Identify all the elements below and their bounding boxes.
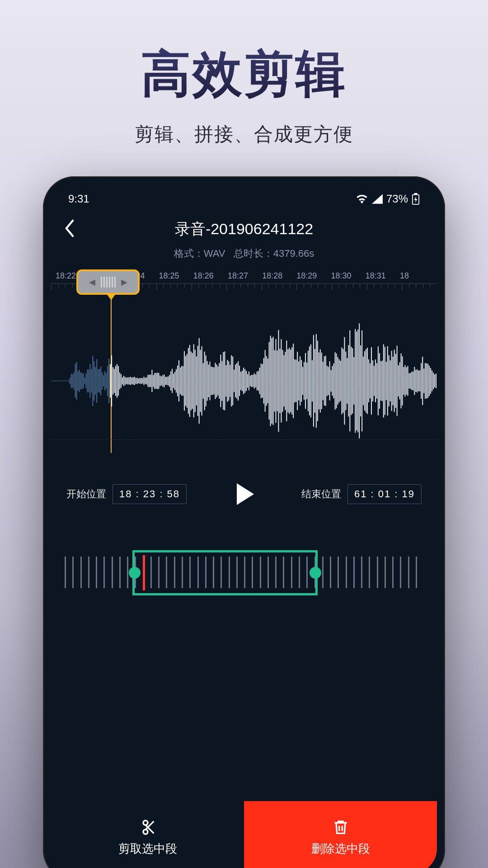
phone-screen: 9:31 73% 录音-201906241122 格式：WAV 总时长：4379… (51, 184, 437, 868)
timeline-label: 18 (399, 271, 433, 281)
delete-label: 删除选中段 (311, 841, 370, 857)
delete-selection-button[interactable]: 删除选中段 (244, 801, 437, 868)
timeline-label: 18:27 (227, 271, 261, 281)
status-time: 9:31 (68, 193, 89, 205)
trash-icon (332, 818, 350, 836)
duration-label: 总时长： (234, 248, 273, 259)
wifi-icon (356, 194, 368, 204)
bottom-actions: 剪取选中段 删除选中段 (51, 801, 437, 868)
range-knob-right[interactable] (310, 567, 321, 579)
svg-rect-1 (414, 193, 417, 195)
phone-frame: 9:31 73% 录音-201906241122 格式：WAV 总时长：4379… (43, 176, 445, 868)
cut-label: 剪取选中段 (118, 841, 177, 857)
start-group: 开始位置 18 : 23 : 58 (66, 484, 187, 504)
timeline-label: 18:30 (330, 271, 365, 281)
hero-subtitle: 剪辑、拼接、合成更方便 (0, 122, 488, 147)
page-title: 录音-201906241122 (64, 219, 424, 240)
range-editor[interactable] (51, 544, 437, 598)
hero: 高效剪辑 剪辑、拼接、合成更方便 (0, 0, 488, 147)
status-battery-text: 73% (386, 193, 408, 205)
timeline-label: 18:25 (158, 271, 192, 281)
grip-icon (101, 277, 116, 288)
file-meta: 格式：WAV 总时长：4379.66s (51, 247, 437, 260)
timeline-label: 18:26 (192, 271, 227, 281)
start-label: 开始位置 (66, 487, 106, 501)
app-bar: 录音-201906241122 (51, 208, 437, 242)
range-selection[interactable] (132, 550, 318, 595)
format-label: 格式： (174, 248, 204, 259)
controls-row: 开始位置 18 : 23 : 58 结束位置 61 : 01 : 19 (51, 481, 437, 508)
play-icon (230, 481, 258, 508)
end-group: 结束位置 61 : 01 : 19 (301, 484, 422, 504)
end-time-input[interactable]: 61 : 01 : 19 (347, 484, 422, 504)
battery-icon (412, 193, 420, 205)
end-label: 结束位置 (301, 487, 341, 501)
range-cursor[interactable] (143, 555, 145, 590)
arrow-left-icon: ◀ (89, 277, 95, 287)
signal-icon (372, 194, 383, 204)
timeline-label: 18:31 (365, 271, 399, 281)
timeline-label: 18:28 (261, 271, 296, 281)
cut-selection-button[interactable]: 剪取选中段 (51, 801, 244, 868)
status-right: 73% (356, 193, 420, 205)
scissors-icon (139, 818, 157, 836)
timeline[interactable]: 18:22 18:23 18:24 18:25 18:26 18:27 18:2… (51, 271, 437, 440)
format-value: WAV (204, 248, 225, 259)
waveform[interactable] (51, 322, 437, 440)
start-time-input[interactable]: 18 : 23 : 58 (113, 484, 187, 504)
duration-value: 4379.66s (273, 248, 314, 259)
timeline-label: 18:29 (296, 271, 330, 281)
play-button[interactable] (230, 481, 258, 508)
status-bar: 9:31 73% (51, 184, 437, 208)
waveform-svg (51, 322, 437, 439)
hero-title: 高效剪辑 (0, 41, 488, 108)
range-knob-left[interactable] (129, 567, 141, 579)
arrow-right-icon: ▶ (121, 277, 127, 287)
timeline-selector-handle[interactable]: ◀ ▶ (76, 269, 140, 295)
